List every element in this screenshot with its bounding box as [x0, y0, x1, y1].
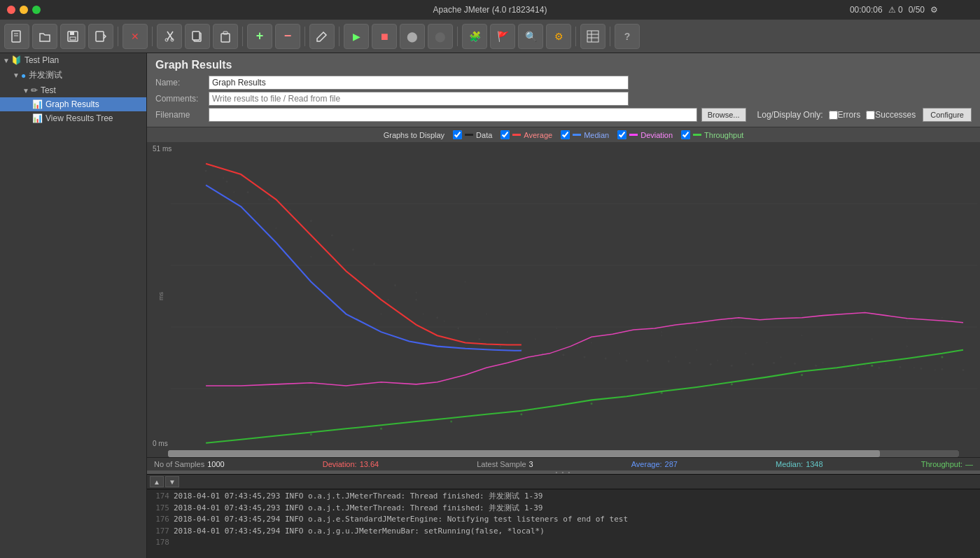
svg-rect-15 — [587, 31, 598, 42]
open-button[interactable] — [32, 24, 57, 49]
svg-point-49 — [752, 363, 754, 365]
svg-point-65 — [696, 349, 697, 351]
add-button[interactable]: + — [247, 24, 272, 49]
svg-point-89 — [388, 299, 389, 300]
stop-button[interactable]: ⏹ — [372, 24, 397, 49]
svg-point-57 — [920, 368, 922, 370]
median-color-box — [573, 134, 581, 136]
sidebar-item-test[interactable]: ▼ ✏ Test — [0, 83, 146, 97]
puzzle-button[interactable]: 🧩 — [462, 24, 487, 49]
errors-checkbox[interactable] — [829, 111, 838, 120]
log-toolbar: ▲ ▼ — [147, 475, 980, 489]
svg-point-26 — [268, 198, 270, 200]
content-area: Graph Results Name: Comments: Filename B… — [147, 53, 980, 558]
svg-point-76 — [675, 356, 676, 358]
average-checkbox[interactable] — [500, 130, 510, 139]
throughput-stat: Throughput: — — [921, 460, 973, 468]
remove-button[interactable]: − — [275, 24, 300, 49]
data-checkbox[interactable] — [453, 130, 462, 139]
svg-point-95 — [223, 177, 224, 179]
svg-point-51 — [794, 363, 796, 365]
sidebar-item-graph-results[interactable]: 📊 Graph Results — [0, 97, 146, 111]
deviation-stat: Deviation: 13.64 — [323, 460, 379, 468]
svg-point-34 — [436, 316, 438, 319]
sidebar-item-concurrency[interactable]: ▼ ● 并发测试 — [0, 67, 146, 83]
settings-icon[interactable]: ⚙ — [930, 5, 938, 15]
log-area: ▲ ▼ 174 2018-04-01 07:43:45,293 INFO o.a… — [147, 474, 980, 558]
save-as-button[interactable] — [88, 24, 113, 49]
svg-point-72 — [507, 331, 508, 333]
log-line-num: 178 — [150, 537, 169, 549]
filename-row: Filename Browse... Log/Display Only: Err… — [155, 108, 972, 122]
log-line-text: 2018-04-01 07:43:45,294 INFO o.a.j.e.Sta… — [174, 514, 628, 526]
average-label: Average — [524, 131, 552, 139]
svg-point-90 — [423, 314, 424, 315]
svg-point-28 — [310, 220, 312, 222]
close-button[interactable] — [7, 6, 15, 14]
new-button[interactable] — [4, 24, 29, 49]
filename-input[interactable] — [209, 108, 697, 122]
name-field-row: Name: — [155, 76, 972, 90]
successes-checkbox[interactable] — [866, 111, 875, 120]
table-button[interactable] — [580, 24, 606, 49]
tree-arrow-icon: ▼ — [13, 71, 20, 79]
cut-button[interactable] — [157, 24, 182, 49]
median-checkbox[interactable] — [561, 130, 570, 139]
circle-button[interactable]: ⬤ — [400, 24, 425, 49]
configure-button[interactable]: Configure — [923, 108, 972, 122]
svg-point-29 — [331, 234, 333, 236]
latest-sample-label: Latest Sample — [477, 460, 526, 468]
svg-point-40 — [562, 354, 564, 356]
throughput-color-box — [693, 134, 701, 136]
deviation-value: 13.64 — [360, 460, 379, 468]
svg-rect-0 — [12, 31, 20, 42]
legend-average: Average — [500, 130, 552, 139]
svg-point-62 — [556, 328, 557, 329]
toolbar-sep-4 — [304, 27, 305, 46]
time-area: 00:00:06 ⚠ 0 0/50 ⚙ — [850, 5, 938, 15]
search-button[interactable]: 🔍 — [518, 24, 543, 49]
save-button[interactable] — [60, 24, 85, 49]
copy-button[interactable] — [185, 24, 210, 49]
svg-point-58 — [941, 368, 943, 370]
no-samples-value: 1000 — [207, 460, 224, 468]
svg-point-82 — [864, 365, 866, 366]
scrollbar-thumb[interactable] — [168, 450, 880, 457]
tree-arrow-icon: ▼ — [3, 57, 10, 64]
warning-display: ⚠ 0 — [888, 5, 903, 15]
log-up-button[interactable]: ▲ — [150, 476, 164, 487]
help-button[interactable]: ? — [615, 24, 640, 49]
browse-button[interactable]: Browse... — [701, 108, 746, 122]
minimize-button[interactable] — [20, 6, 28, 14]
options-button[interactable]: ⚙ — [546, 24, 571, 49]
svg-point-93 — [254, 213, 255, 214]
median-value: 1348 — [806, 460, 822, 468]
graph-scrollbar[interactable] — [168, 450, 959, 457]
concurrency-label: 并发测试 — [29, 69, 62, 81]
sidebar-item-view-results-tree[interactable]: 📊 View Results Tree — [0, 111, 146, 125]
log-line-num: 176 — [150, 514, 169, 526]
sidebar-item-test-plan[interactable]: ▼ 🔰 Test Plan — [0, 53, 146, 67]
throughput-checkbox[interactable] — [681, 130, 690, 139]
edit-button[interactable] — [309, 24, 335, 49]
flag-button[interactable]: 🚩 — [490, 24, 515, 49]
log-down-button[interactable]: ▼ — [165, 476, 179, 487]
name-input[interactable] — [209, 76, 629, 90]
svg-point-31 — [373, 263, 375, 265]
log-content[interactable]: 174 2018-04-01 07:43:45,293 INFO o.a.j.t… — [147, 489, 980, 558]
svg-point-114 — [871, 365, 873, 367]
average-color-box — [512, 134, 521, 136]
log-line: 176 2018-04-01 07:43:45,294 INFO o.a.j.e… — [150, 514, 977, 526]
paste-button[interactable] — [213, 24, 238, 49]
comments-input[interactable] — [209, 92, 629, 106]
view-results-icon: 📊 — [32, 113, 43, 123]
deviation-checkbox[interactable] — [617, 130, 626, 139]
run-button[interactable]: ▶ — [344, 24, 369, 49]
revert-button[interactable]: ✕ — [122, 24, 148, 49]
svg-point-100 — [836, 309, 838, 311]
legend-deviation: Deviation — [617, 130, 673, 139]
svg-point-66 — [766, 342, 767, 343]
svg-point-115 — [941, 356, 943, 358]
maximize-button[interactable] — [32, 6, 41, 14]
circle2-button[interactable]: ⬤ — [428, 24, 453, 49]
